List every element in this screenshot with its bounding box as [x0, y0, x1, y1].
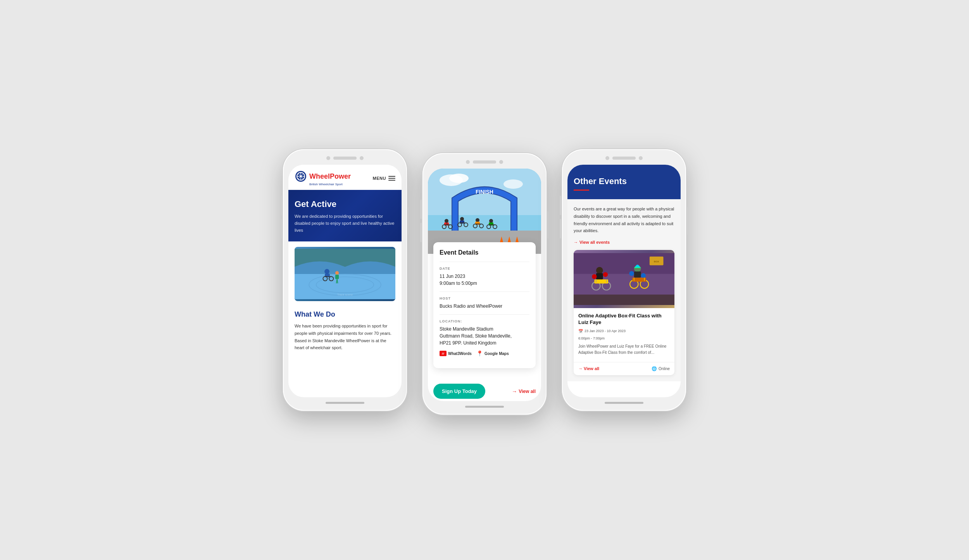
view-all-events-label: View all events: [579, 240, 610, 245]
wheelpower-logo-icon: [295, 170, 307, 183]
phone-3: Other Events Our events are a great way …: [562, 149, 686, 411]
event-card-image: BOX: [574, 250, 674, 308]
phone-3-screen-inner: Other Events Our events are a great way …: [567, 165, 681, 397]
other-events-header: Other Events: [567, 165, 681, 199]
sign-up-button[interactable]: Sign Up Today: [433, 384, 485, 399]
svg-point-24: [449, 174, 469, 183]
phone-2-speaker: [473, 160, 496, 164]
svg-text:Track scene: Track scene: [337, 293, 353, 296]
phone-2-screen: FINISH: [428, 169, 541, 401]
hero-description: We are dedicated to providing opportunit…: [295, 213, 395, 234]
other-events-body: Our events are a great way for people wi…: [567, 199, 681, 381]
event-actions: Sign Up Today → View all: [428, 380, 541, 401]
location-line3: HP21 9PP. United Kingdom: [440, 339, 529, 346]
footer-arrow-icon: →: [578, 366, 583, 371]
svg-point-58: [596, 267, 603, 274]
track-scene-svg: Track scene: [295, 247, 395, 301]
event-card-body: Online Adaptive Box-Fit Class with Luiz …: [574, 308, 674, 362]
svg-point-44: [489, 219, 493, 223]
arrow-right-icon: →: [512, 388, 517, 395]
wp-header: WheelPower British Wheelchair Sport MENU: [288, 165, 402, 190]
date-value: 11 Jun 2023 9:00am to 5:00pm: [440, 273, 529, 287]
svg-rect-68: [634, 272, 641, 278]
phone-2-screen-inner: FINISH: [428, 169, 541, 401]
svg-rect-73: [632, 278, 646, 282]
phone-1-screen-inner: WheelPower British Wheelchair Sport MENU: [288, 165, 402, 397]
what3words-badge[interactable]: /// What3Words: [440, 351, 472, 356]
wp-logo: WheelPower British Wheelchair Sport: [295, 170, 351, 186]
svg-point-61: [603, 272, 608, 277]
date-time: 9:00am to 5:00pm: [440, 280, 529, 287]
location-line1: Stoke Mandeville Stadium: [440, 326, 529, 333]
phone-1-camera: [326, 156, 330, 160]
view-all-link[interactable]: → View all: [512, 388, 536, 395]
event-card-date: 📅 23 Jan 2023 - 10 Apr 2023: [578, 329, 670, 333]
svg-rect-64: [594, 279, 608, 284]
svg-point-34: [460, 217, 464, 221]
svg-text:FINISH: FINISH: [476, 189, 493, 195]
view-all-label: View all: [519, 389, 536, 394]
footer-online: 🌐 Online: [652, 366, 670, 371]
event-date-field: DATE 11 Jun 2023 9:00am to 5:00pm: [440, 262, 529, 291]
location-line2: Guttmann Road, Stoke Mandeville,: [440, 333, 529, 339]
phone-1-speaker: [333, 157, 357, 160]
event-card: BOX: [574, 250, 674, 375]
wp-what-we-do-section: What We Do We have been providing opport…: [288, 307, 402, 359]
google-maps-label: Google Maps: [484, 352, 509, 356]
wp-logo-power: Power: [330, 172, 351, 180]
svg-rect-17: [335, 275, 339, 279]
phone-3-top-bar: [567, 156, 681, 160]
phone-1-camera-2: [360, 156, 364, 160]
arrow-right-icon-2: →: [574, 240, 578, 245]
phone-3-screen: Other Events Our events are a great way …: [567, 165, 681, 397]
svg-point-70: [641, 273, 646, 278]
maps-row: /// What3Words 📍 Google Maps: [440, 350, 529, 357]
phone-3-speaker: [612, 157, 636, 160]
svg-point-60: [592, 274, 597, 279]
event-card-time: 6:00pm - 7:00pm: [578, 336, 670, 340]
view-all-events-link[interactable]: → View all events: [574, 240, 674, 245]
svg-point-25: [503, 179, 523, 189]
wp-logo-subtitle: British Wheelchair Sport: [309, 183, 351, 186]
phone-2: FINISH: [422, 153, 547, 415]
phone-1-top-bar: [288, 156, 402, 160]
svg-point-16: [335, 271, 339, 275]
wp-hero-content: Get Active We are dedicated to providing…: [295, 199, 395, 234]
wp-logo-wheel: Wheel: [309, 172, 330, 180]
event-details-card: Event Details DATE 11 Jun 2023 9:00am to…: [433, 242, 536, 368]
what3words-icon: ///: [440, 351, 447, 356]
gmaps-pin-icon: 📍: [476, 350, 483, 357]
header-underline: [574, 190, 589, 191]
what-we-do-title: What We Do: [295, 310, 395, 319]
other-events-title: Other Events: [574, 176, 674, 186]
phone-1-screen: WheelPower British Wheelchair Sport MENU: [288, 165, 402, 397]
footer-view-all[interactable]: → View all: [578, 366, 599, 371]
phone-1: WheelPower British Wheelchair Sport MENU: [283, 149, 407, 411]
what3words-label: What3Words: [448, 352, 472, 356]
boxing-scene-svg: BOX: [574, 250, 674, 308]
hamburger-icon[interactable]: [388, 176, 395, 181]
phone-3-camera-2: [639, 156, 643, 160]
event-card-time-range: 6:00pm - 7:00pm: [578, 336, 605, 340]
footer-view-all-label: View all: [584, 366, 599, 371]
host-value: Bucks Radio and WheelPower: [440, 303, 529, 310]
phone-1-bottom-bar: [288, 402, 402, 404]
event-details-title: Event Details: [440, 249, 529, 256]
wp-menu[interactable]: MENU: [373, 176, 395, 181]
phone-1-home-indicator: [326, 402, 364, 404]
location-label: LOCATION:: [440, 319, 529, 323]
svg-point-11: [324, 269, 329, 274]
phone-3-camera: [605, 156, 609, 160]
phone-2-camera-2: [499, 160, 503, 164]
phone-2-top-bar: [428, 160, 541, 164]
phone-3-bottom-bar: [567, 402, 681, 404]
wp-hero-banner: Get Active We are dedicated to providing…: [288, 190, 402, 241]
google-maps-badge[interactable]: 📍 Google Maps: [476, 350, 509, 357]
event-card-date-range: 23 Jan 2023 - 10 Apr 2023: [585, 329, 626, 333]
globe-icon: 🌐: [652, 366, 657, 371]
host-label: HOST: [440, 296, 529, 300]
calendar-icon: 📅: [578, 329, 583, 333]
menu-label: MENU: [373, 176, 386, 181]
event-card-description: Join WheelPower and Luiz Faye for a FREE…: [578, 343, 670, 356]
svg-text:BOX: BOX: [654, 260, 659, 263]
